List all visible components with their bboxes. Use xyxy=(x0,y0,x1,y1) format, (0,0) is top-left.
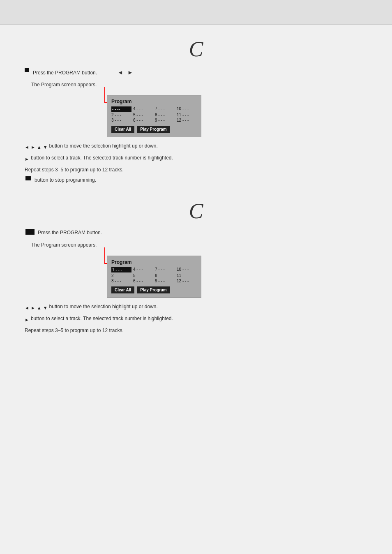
instruction-text-program-screen-2: The Program screen appears. xyxy=(31,241,367,249)
stop-rect-1 xyxy=(25,176,31,180)
instruction-row-1: Press the PROGRAM button. ◄ ► xyxy=(25,68,367,79)
nav-arrows-row-1: ◄ ► ▲ ▼ button to move the selection hig… xyxy=(25,142,367,152)
cell-2-8: 8 - - - xyxy=(155,113,175,117)
cell-3-3: 3 - - - xyxy=(111,118,131,122)
cell-2-11: 11 - - - xyxy=(177,113,197,117)
stop-icon xyxy=(25,68,29,72)
instruction-text-2: Press the PROGRAM button. xyxy=(38,229,102,237)
clear-all-button-2[interactable]: Clear All xyxy=(111,286,134,293)
play-program-button-1[interactable]: Play Program xyxy=(137,126,170,133)
d2-cell-1-10: 10 - - - xyxy=(177,267,197,272)
d2-cell-1-1: 1 - - - xyxy=(111,267,131,272)
play-program-button-2[interactable]: Play Program xyxy=(137,286,170,293)
repeat-text-1: Repeat steps 3–5 to program up to 12 tra… xyxy=(25,166,367,174)
cell-3-9: 9 - - - xyxy=(155,118,175,122)
dialog-1-grid: - - -- 4 - - - 7 - - - 10 - - - 2 - - - … xyxy=(111,106,197,122)
arrow-up-2: ▲ xyxy=(37,305,42,310)
program-dialog-1: Program - - -- 4 - - - 7 - - - 10 - - - … xyxy=(107,95,201,137)
arrow-down-2: ▼ xyxy=(43,305,48,310)
dialog-2-title: Program xyxy=(111,259,197,265)
cell-2-2: 2 - - - xyxy=(111,113,131,117)
d2-cell-2-8: 8 - - - xyxy=(155,273,175,278)
program-button-icon xyxy=(25,229,35,235)
nav-arrows-row-2: ◄ ► ▲ ▼ button to move the selection hig… xyxy=(25,303,367,313)
nav-text-1: button to move the selection highlight u… xyxy=(49,142,158,150)
play-row-1: ► button to select a track. The selected… xyxy=(25,154,367,164)
cell-3-12: 12 - - - xyxy=(177,118,197,122)
instruction-row-2: Press the PROGRAM button. xyxy=(25,229,367,239)
program-dialog-2: Program 1 - - - 4 - - - 7 - - - 10 - - -… xyxy=(107,256,201,298)
play-text-2: button to select a track. The selected t… xyxy=(31,315,173,323)
nav-text-2: button to move the selection highlight u… xyxy=(49,303,158,311)
arrow-left-1: ◄ xyxy=(25,145,29,150)
play-arrow-2: ► xyxy=(25,317,29,322)
d2-cell-2-5: 5 - - - xyxy=(133,273,153,278)
cell-2-5: 5 - - - xyxy=(133,113,153,117)
play-row-2: ► button to select a track. The selected… xyxy=(25,315,367,325)
d2-cell-3-9: 9 - - - xyxy=(155,279,175,283)
cell-3-6: 6 - - - xyxy=(133,118,153,122)
dialog-1-buttons: Clear All Play Program xyxy=(111,126,197,133)
chapter-letter: C xyxy=(184,37,208,61)
arrow-left-2: ◄ xyxy=(25,305,29,310)
d2-cell-2-2: 2 - - - xyxy=(111,273,131,278)
play-text-1: button to select a track. The selected t… xyxy=(31,154,173,162)
clear-all-button-1[interactable]: Clear All xyxy=(111,126,134,133)
play-arrow-1: ► xyxy=(25,157,29,162)
d2-cell-2-11: 11 - - - xyxy=(177,273,197,278)
d2-cell-1-7: 7 - - - xyxy=(155,267,175,272)
repeat-text-2: Repeat steps 3–5 to program up to 12 tra… xyxy=(25,327,367,335)
arrow-up-1: ▲ xyxy=(37,145,42,150)
d2-cell-1-4: 4 - - - xyxy=(133,267,153,272)
cell-1-7: 7 - - - xyxy=(155,106,175,112)
stop-row-1: button to stop programming. xyxy=(25,176,367,187)
arrow-right-2: ► xyxy=(31,305,35,310)
section-2: Press the PROGRAM button. The Program sc… xyxy=(25,229,367,335)
cell-1-10: 10 - - - xyxy=(177,106,197,112)
instruction-text-program-screen: The Program screen appears. xyxy=(31,81,367,89)
arrow-down-1: ▼ xyxy=(43,145,48,150)
d2-cell-3-12: 12 - - - xyxy=(177,279,197,283)
dialog-2-buttons: Clear All Play Program xyxy=(111,286,197,293)
cell-1-1: - - -- xyxy=(111,106,131,112)
section-1: Press the PROGRAM button. ◄ ► The Progra… xyxy=(25,68,367,187)
page-content: C Press the PROGRAM button. ◄ ► The Prog… xyxy=(0,25,392,355)
top-bar xyxy=(0,0,392,25)
stop-text-1: button to stop programming. xyxy=(35,176,96,184)
chapter-letter-2: C xyxy=(184,199,208,223)
d2-cell-3-6: 6 - - - xyxy=(133,279,153,283)
cell-1-4: 4 - - - xyxy=(133,106,153,112)
dialog-1-title: Program xyxy=(111,99,197,104)
instruction-text-1: Press the PROGRAM button. ◄ ► xyxy=(33,68,133,77)
dialog-2-grid: 1 - - - 4 - - - 7 - - - 10 - - - 2 - - -… xyxy=(111,267,197,283)
arrow-right-1: ► xyxy=(31,145,35,150)
d2-cell-3-3: 3 - - - xyxy=(111,279,131,283)
